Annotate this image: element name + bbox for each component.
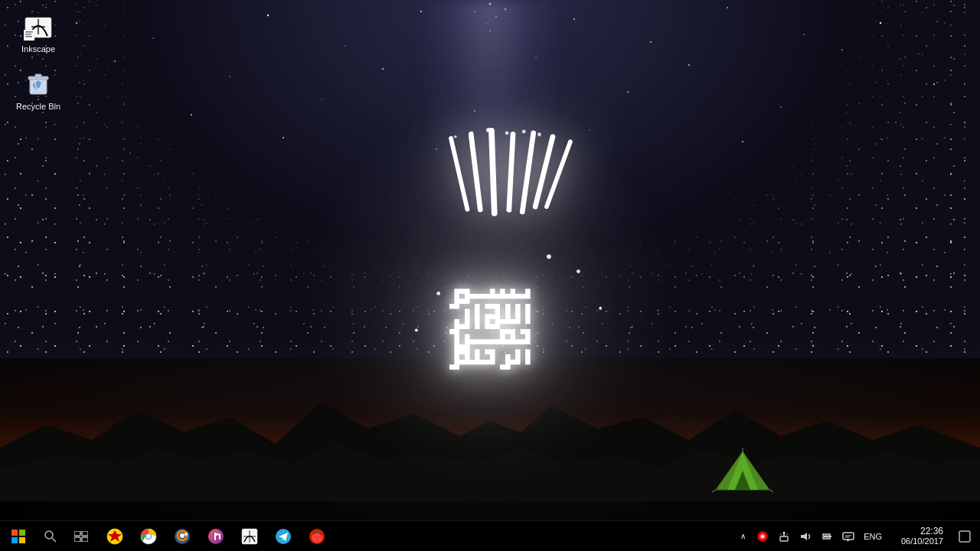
desktop: ﷽ (0, 0, 980, 551)
svg-point-50 (470, 131, 474, 135)
desktop-icons-area: Inkscape Recycle Bin (0, 0, 77, 122)
svg-rect-73 (19, 530, 25, 536)
system-tray: ∧ (735, 521, 980, 551)
svg-rect-66 (25, 31, 33, 33)
tray-volume-icon[interactable] (796, 521, 815, 552)
svg-point-101 (761, 535, 764, 538)
svg-line-105 (780, 533, 782, 535)
svg-rect-72 (11, 530, 18, 536)
tent (712, 448, 773, 494)
svg-line-77 (52, 538, 56, 542)
recycle-bin-icon[interactable]: Recycle Bin (8, 65, 69, 115)
taskbar-app-other[interactable] (300, 521, 334, 552)
svg-rect-81 (82, 537, 88, 542)
taskbar-app-inkscape[interactable] (233, 521, 266, 552)
taskbar-app-chrome[interactable] (132, 521, 165, 552)
svg-point-104 (783, 531, 786, 533)
svg-point-57 (599, 307, 602, 310)
taskbar-app-itunes[interactable] (199, 521, 233, 552)
svg-rect-71 (35, 74, 41, 77)
taskbar: ∧ (0, 520, 980, 551)
svg-point-51 (454, 135, 457, 139)
svg-point-88 (180, 533, 185, 538)
inkscape-label: Inkscape (21, 44, 55, 54)
svg-rect-80 (74, 537, 80, 542)
svg-point-95 (315, 536, 316, 538)
svg-rect-43 (468, 132, 483, 213)
inkscape-icon-image (23, 11, 54, 41)
clock-date: 06/10/2017 (901, 536, 943, 546)
svg-point-85 (146, 534, 151, 539)
svg-point-45 (486, 128, 491, 132)
tray-antivirus-icon[interactable] (753, 521, 772, 552)
tray-language-indicator[interactable]: ENG (861, 521, 885, 552)
svg-rect-40 (519, 130, 536, 214)
svg-rect-114 (959, 531, 970, 542)
recycle-bin-icon-image (23, 68, 54, 99)
svg-point-53 (547, 254, 551, 259)
svg-point-48 (537, 132, 541, 136)
svg-point-89 (185, 533, 188, 536)
svg-rect-78 (74, 531, 80, 536)
task-view-button[interactable] (64, 521, 98, 552)
svg-rect-79 (82, 531, 88, 536)
svg-rect-44 (449, 135, 470, 212)
clock-time: 22:36 (920, 526, 943, 536)
svg-point-76 (45, 531, 53, 539)
tray-battery-icon[interactable] (818, 521, 836, 552)
notification-center-button[interactable] (952, 521, 977, 552)
start-button[interactable] (0, 521, 37, 552)
svg-point-94 (312, 533, 322, 543)
svg-line-62 (712, 490, 716, 492)
search-button[interactable] (37, 521, 64, 552)
svg-rect-75 (19, 537, 25, 543)
svg-rect-39 (506, 132, 515, 213)
svg-point-49 (552, 138, 555, 141)
svg-rect-38 (488, 128, 498, 217)
svg-line-106 (786, 533, 788, 535)
svg-point-56 (577, 269, 580, 273)
arabic-calligraphy: ﷽ (299, 110, 681, 455)
svg-marker-107 (801, 533, 807, 540)
svg-point-47 (522, 129, 526, 133)
tray-message-icon[interactable] (839, 521, 858, 552)
svg-text:﷽: ﷽ (449, 286, 531, 377)
svg-line-63 (769, 490, 773, 492)
tray-network-icon[interactable] (775, 521, 793, 552)
clock-display[interactable]: 22:36 06/10/2017 (888, 521, 949, 552)
svg-rect-68 (25, 36, 32, 37)
svg-point-96 (318, 536, 319, 538)
svg-point-97 (316, 539, 318, 540)
svg-marker-113 (847, 540, 850, 542)
svg-rect-102 (780, 536, 788, 541)
taskbar-app-telegram[interactable] (266, 521, 300, 552)
svg-rect-109 (824, 535, 829, 537)
inkscape-icon[interactable]: Inkscape (8, 8, 69, 57)
svg-rect-67 (25, 34, 31, 35)
svg-rect-108 (830, 536, 831, 537)
svg-rect-74 (11, 537, 18, 543)
taskbar-app-norton[interactable] (98, 521, 132, 552)
svg-point-46 (505, 131, 509, 135)
recycle-bin-label: Recycle Bin (16, 102, 60, 112)
tray-overflow-button[interactable]: ∧ (735, 521, 750, 552)
taskbar-app-blender[interactable] (165, 521, 199, 552)
taskbar-apps (98, 521, 735, 551)
svg-point-55 (415, 329, 418, 332)
svg-point-54 (436, 292, 440, 295)
svg-rect-41 (532, 134, 556, 210)
